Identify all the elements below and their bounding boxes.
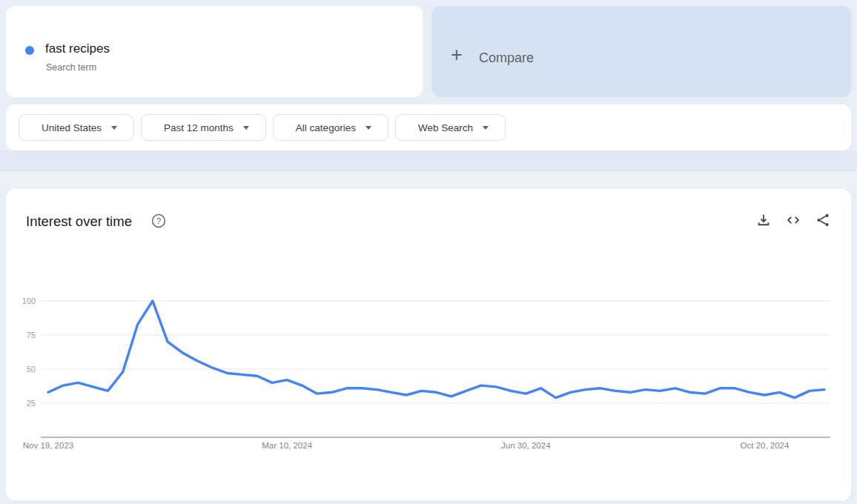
download-icon [755,212,772,228]
question-mark-circle-icon: ? [151,213,166,228]
search-type-filter-dropdown[interactable]: Web Search [395,114,506,141]
x-axis-tick-label: Mar 10, 2024 [262,441,312,450]
embed-button[interactable] [785,212,801,228]
chevron-down-icon [111,126,117,130]
category-filter-label: All categories [296,122,356,133]
panel-title: Interest over time [26,213,132,230]
time-range-filter-dropdown[interactable]: Past 12 months [141,114,266,141]
time-range-filter-label: Past 12 months [164,122,234,133]
search-term-text: fast recipes [45,42,110,56]
filter-bar: United States Past 12 months All categor… [6,105,851,150]
search-term-card[interactable]: fast recipes Search term [6,6,423,97]
x-axis-tick-label: Jun 30, 2024 [501,441,551,450]
y-axis-tick-label: 50 [27,365,36,374]
download-button[interactable] [755,212,772,228]
add-comparison-card[interactable]: + Compare [431,6,851,97]
embed-code-icon [785,212,801,228]
plus-icon: + [451,45,463,65]
chevron-down-icon [243,126,249,130]
svg-text:?: ? [156,216,161,225]
background-band-light [0,171,857,189]
interest-over-time-chart[interactable]: 255075100Nov 19, 2023Mar 10, 2024Jun 30,… [6,271,851,463]
compare-label: Compare [479,50,534,66]
chart-actions [755,212,831,228]
trend-line [48,301,824,398]
search-type-filter-label: Web Search [418,122,473,133]
help-icon[interactable]: ? [151,213,166,228]
x-axis-tick-label: Nov 19, 2023 [23,441,73,450]
chevron-down-icon [365,126,371,130]
series-color-dot-icon [25,46,34,55]
search-term-type-label: Search term [46,62,96,73]
background-band [0,150,857,171]
category-filter-dropdown[interactable]: All categories [273,114,388,141]
region-filter-dropdown[interactable]: United States [19,114,134,141]
interest-over-time-panel: Interest over time ? [6,189,851,500]
chevron-down-icon [483,126,489,130]
share-button[interactable] [815,212,831,228]
region-filter-label: United States [42,122,102,133]
y-axis-tick-label: 75 [27,331,36,339]
x-axis-tick-label: Oct 20, 2024 [741,441,790,450]
y-axis-tick-label: 25 [27,399,36,408]
y-axis-tick-label: 100 [22,296,36,305]
share-icon [815,212,831,228]
google-trends-explore-page: { "search_card": { "term": "fast recipes… [0,0,857,504]
